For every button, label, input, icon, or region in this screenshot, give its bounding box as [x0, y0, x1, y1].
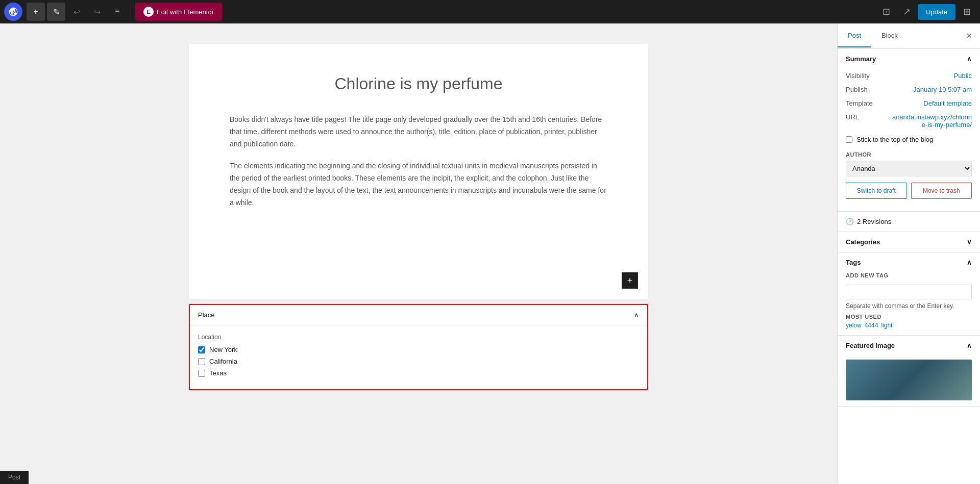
post-paragraph-2: The elements indicating the beginning an… [230, 160, 607, 209]
elementor-logo: E [143, 7, 154, 17]
editor-area: Chlorine is my perfume Books didn't alwa… [0, 23, 837, 484]
tag-link-4444[interactable]: 4444 [865, 322, 878, 329]
tag-link-light[interactable]: light [881, 322, 892, 329]
redo-button[interactable]: ↪ [88, 3, 106, 21]
most-used-tags: yelow 4444 light [846, 322, 972, 329]
new-york-label: New York [209, 346, 237, 353]
url-row: URL ananda.instawp.xyz/chlorine-is-my-pe… [846, 110, 972, 132]
summary-collapse-icon: ∧ [967, 55, 972, 63]
post-content: Chlorine is my perfume Books didn't alwa… [189, 44, 648, 299]
featured-image-section: Featured image ∧ [838, 336, 980, 407]
california-checkbox[interactable] [198, 358, 205, 365]
action-buttons: Switch to draft Move to trash [846, 176, 972, 205]
sidebar-close-button[interactable]: × [958, 23, 980, 48]
pencil-icon: ✎ [53, 7, 60, 17]
switch-to-draft-button[interactable]: Switch to draft [846, 183, 907, 199]
tag-input[interactable] [846, 285, 972, 299]
add-block-inline-button[interactable]: + [622, 272, 638, 289]
tags-section-content: ADD NEW TAG Separate with commas or the … [838, 272, 980, 335]
publish-label: Publish [846, 86, 868, 93]
most-used-label: MOST USED [846, 314, 972, 320]
template-label: Template [846, 99, 873, 107]
categories-section: Categories ∨ [838, 232, 980, 252]
tag-link-yelow[interactable]: yelow [846, 322, 862, 329]
list-view-button[interactable]: ≡ [108, 3, 127, 21]
update-button[interactable]: Update [918, 4, 955, 20]
new-york-checkbox[interactable] [198, 346, 205, 353]
template-value[interactable]: Default template [923, 99, 972, 107]
featured-image-section-header[interactable]: Featured image ∧ [838, 336, 980, 355]
view-button[interactable]: ⊡ [877, 3, 895, 21]
revisions-count: 2 Revisions [857, 218, 891, 225]
revisions-clock-icon: 🕐 [846, 218, 854, 225]
texas-checkbox-item: Texas [198, 369, 639, 377]
settings-button[interactable]: ⊞ [958, 3, 976, 21]
template-link[interactable]: Default template [923, 99, 972, 107]
tags-section-header[interactable]: Tags ∧ [838, 252, 980, 272]
post-paragraph-1: Books didn't always have title pages! Th… [230, 114, 607, 150]
add-block-button[interactable]: + [27, 3, 45, 21]
texas-checkbox[interactable] [198, 370, 205, 377]
visibility-label: Visibility [846, 72, 870, 80]
elementor-button[interactable]: E Edit with Elementor [135, 3, 222, 21]
author-section: AUTHOR Ananda [846, 151, 972, 176]
plus-icon: + [33, 7, 38, 16]
main-layout: Chlorine is my perfume Books didn't alwa… [0, 23, 980, 484]
featured-image-collapse-icon: ∧ [967, 342, 972, 349]
stick-top-label: Stick to the top of the blog [856, 136, 933, 143]
edit-button[interactable]: ✎ [47, 3, 65, 21]
summary-section: Summary ∧ Visibility Public Publish Janu… [838, 49, 980, 212]
publish-link[interactable]: January 10 5:07 am [913, 86, 972, 93]
tags-label: Tags [846, 259, 861, 266]
author-label: AUTHOR [846, 151, 972, 158]
list-icon: ≡ [115, 7, 119, 16]
bottom-bar-text: Post [8, 474, 20, 481]
place-section: Place ∧ Location New York California Tex… [189, 304, 648, 390]
publish-value[interactable]: January 10 5:07 am [913, 86, 972, 93]
url-label: URL [846, 113, 859, 121]
summary-section-header[interactable]: Summary ∧ [838, 49, 980, 69]
publish-row: Publish January 10 5:07 am [846, 83, 972, 96]
right-sidebar: Post Block × Summary ∧ Visibility Public… [837, 23, 980, 484]
visibility-row: Visibility Public [846, 69, 972, 83]
tag-hint: Separate with commas or the Enter key. [846, 302, 972, 310]
categories-expand-icon: ∨ [967, 238, 972, 246]
sidebar-header: Post Block × [838, 23, 980, 49]
location-label: Location [198, 334, 639, 341]
revisions-row[interactable]: 🕐 2 Revisions [838, 212, 980, 232]
toolbar: + ✎ ↩ ↪ ≡ E Edit with Elementor ⊡ ↗ Upda… [0, 0, 980, 23]
post-body: Books didn't always have title pages! Th… [230, 114, 607, 209]
texas-label: Texas [209, 369, 227, 377]
place-section-header[interactable]: Place ∧ [190, 305, 647, 325]
undo-button[interactable]: ↩ [67, 3, 86, 21]
post-title: Chlorine is my perfume [230, 74, 607, 93]
url-link[interactable]: ananda.instawp.xyz/chlorine-is-my-perfum… [892, 113, 972, 129]
featured-image-content [838, 360, 980, 406]
url-value[interactable]: ananda.instawp.xyz/chlorine-is-my-perfum… [890, 113, 972, 129]
categories-section-header[interactable]: Categories ∨ [838, 232, 980, 252]
categories-label: Categories [846, 238, 880, 246]
author-select[interactable]: Ananda [846, 161, 972, 176]
tags-collapse-icon: ∧ [967, 259, 972, 266]
california-checkbox-item: California [198, 358, 639, 365]
new-york-checkbox-item: New York [198, 346, 639, 353]
tab-post[interactable]: Post [838, 24, 871, 47]
visibility-value[interactable]: Public [954, 72, 972, 80]
template-row: Template Default template [846, 96, 972, 110]
summary-section-content: Visibility Public Publish January 10 5:0… [838, 69, 980, 211]
place-section-title: Place [198, 311, 215, 319]
place-section-content: Location New York California Texas [190, 325, 647, 389]
toolbar-divider-1 [131, 6, 131, 18]
plus-inline-icon: + [627, 275, 633, 286]
visibility-link[interactable]: Public [954, 72, 972, 80]
featured-image-thumbnail[interactable] [846, 360, 972, 400]
view-icon: ⊡ [883, 6, 890, 17]
summary-label: Summary [846, 55, 876, 63]
stick-top-checkbox[interactable] [846, 136, 852, 143]
tags-section: Tags ∧ ADD NEW TAG Separate with commas … [838, 252, 980, 336]
stick-top-row: Stick to the top of the blog [846, 132, 972, 147]
external-link-icon: ↗ [903, 6, 911, 17]
external-link-button[interactable]: ↗ [897, 3, 916, 21]
move-to-trash-button[interactable]: Move to trash [911, 183, 972, 199]
tab-block[interactable]: Block [871, 24, 908, 47]
